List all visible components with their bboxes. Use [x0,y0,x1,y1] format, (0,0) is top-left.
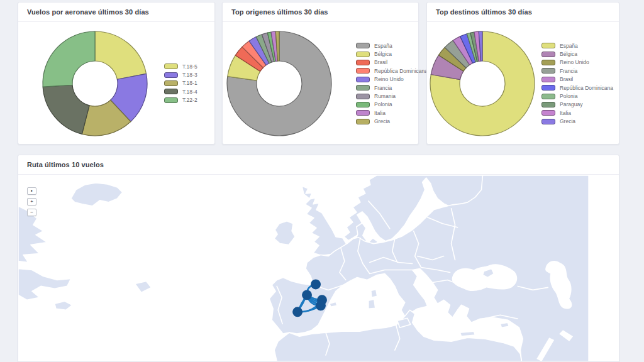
donut-chart-origins[interactable] [226,30,333,137]
legend-swatch [541,43,555,48]
panel-title-route: Ruta últimos 10 vuelos [18,155,619,175]
legend-item: Rumania [356,92,428,100]
map-control-zoom-out[interactable]: − [27,209,36,216]
legend-item: T.22-2 [164,96,197,104]
island-fragment [55,301,72,310]
legend-item: España [541,41,613,50]
legend-label: Paraguay [560,101,582,107]
legend-swatch [541,52,555,57]
greenland-coast [18,268,71,300]
panel-title-top-origins: Top origenes últimos 30 días [223,3,418,22]
donut-slice-T.18-4[interactable] [43,85,89,134]
map-control-fit-extent[interactable]: ▪ [27,187,36,195]
sardinia-island [369,299,375,309]
route-marker[interactable] [292,307,303,317]
legend-swatch [356,110,370,116]
legend-swatch [356,119,370,124]
legend-item: España [356,41,428,50]
route-marker[interactable] [302,290,312,300]
legend-label: T.22-2 [182,97,197,103]
map-control-zoom-in[interactable]: + [27,198,36,206]
legend-label: Francia [560,68,577,74]
panel-top-origins: Top origenes últimos 30 días EspañaBélgi… [222,2,419,145]
legend-item: República Dominicana [356,67,428,75]
legend-swatch [356,77,370,82]
legend-swatch [356,102,370,107]
legend-item: Grecia [541,118,613,126]
donut-chart-destinations[interactable] [429,30,536,137]
route-marker[interactable] [311,279,321,289]
iceland-landmass [71,183,123,206]
panel-body: EspañaBélgicaBrasilRepública DominicanaR… [223,22,418,144]
legend-swatch [164,89,178,94]
legend-item: T.18-5 [164,62,197,70]
panel-route-map: Ruta últimos 10 vuelos [18,155,619,362]
legend-item: Bélgica [541,50,613,58]
legend-swatch [541,60,555,65]
flight-dashboard: { "page": { "background": "#eef0f5", "ca… [0,0,644,362]
legend-label: Polonia [560,93,577,99]
legend-label: T.18-1 [182,80,197,86]
legend-item: T.18-4 [164,87,197,96]
legend-item: Reino Unido [356,75,428,84]
legend-label: Brasil [374,59,387,65]
map-controls: ▪+− [27,187,38,219]
panel-body: EspañaBélgicaReino UnidoFranciaBrasilRep… [427,22,619,144]
europe-map [18,175,619,361]
legend-swatch [164,97,178,103]
island-fragment [135,281,152,292]
legend-swatch [164,72,178,78]
panel-title-top-destinations: Top destinos últimos 30 días [427,3,619,22]
legend-label: Italia [374,110,386,116]
legend-item: Brasil [541,75,613,84]
legend-label: T.18-3 [182,72,197,78]
legend-destinations: EspañaBélgicaReino UnidoFranciaBrasilRep… [541,41,613,126]
legend-label: Brasil [560,76,573,82]
balearic-island [330,302,337,307]
legend-origins: EspañaBélgicaBrasilRepública DominicanaR… [356,41,428,126]
legend-item: Polonia [541,92,613,100]
legend-item: Francia [356,84,428,92]
legend-label: Polonia [374,101,392,107]
legend-label: T.18-5 [182,63,197,70]
legend-item: Grecia [356,118,428,126]
great-britain-landmass [302,186,347,256]
legend-label: Bélgica [374,51,392,57]
route-map[interactable]: ▪+− [18,175,619,361]
legend-item: T.18-1 [164,79,197,87]
legend-swatch [356,85,370,90]
legend-swatch [541,102,555,107]
legend-item: Reino Unido [541,58,613,67]
legend-item: Polonia [356,101,428,109]
legend-item: T.18-3 [164,70,197,79]
legend-item: Italia [541,109,613,117]
cyprus-island [500,322,509,327]
legend-item: República Dominicana [541,84,613,92]
donut-slice-T.22-2[interactable] [43,31,95,87]
legend-label: Reino Unido [374,76,404,82]
legend-label: Grecia [374,118,390,124]
legend-swatch [541,110,555,116]
legend-swatch [356,94,370,99]
legend-label: Reino Unido [560,59,589,65]
legend-item: Francia [541,67,613,75]
legend-swatch [356,68,370,74]
legend-swatch [164,80,178,86]
legend-swatch [541,85,555,90]
legend-swatch [541,68,555,74]
legend-swatch [164,63,178,69]
route-marker[interactable] [316,300,326,310]
legend-label: Grecia [560,118,575,124]
legend-swatch [356,43,370,48]
legend-swatch [541,77,555,82]
donut-chart-aircraft[interactable] [42,30,148,137]
legend-label: Italia [560,110,571,116]
panel-title-flights-by-aircraft: Vuelos por aeronave últimos 30 días [18,3,214,22]
legend-label: Rumania [374,93,396,99]
legend-label: República Dominicana [560,85,613,91]
legend-item: Italia [356,109,428,117]
legend-label: Francia [374,85,392,91]
panel-flights-by-aircraft: Vuelos por aeronave últimos 30 días T.18… [18,2,215,145]
donut-slice-T.18-5[interactable] [95,31,147,79]
panel-top-destinations: Top destinos últimos 30 días EspañaBélgi… [426,2,619,145]
